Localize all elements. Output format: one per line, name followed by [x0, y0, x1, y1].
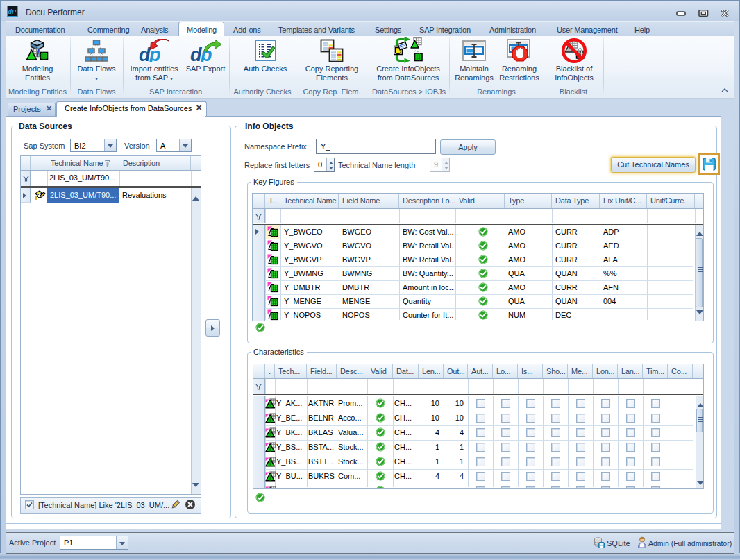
svg-text:dP: dP [8, 8, 17, 15]
